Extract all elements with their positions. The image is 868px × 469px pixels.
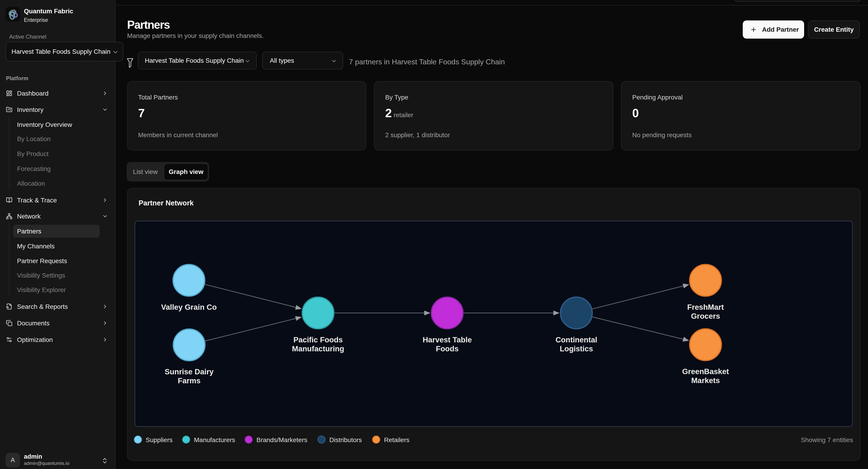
svg-text:Harvest Table: Harvest Table [423,336,472,344]
svg-text:Manufacturing: Manufacturing [292,344,344,353]
svg-text:Markets: Markets [691,376,720,385]
svg-text:GreenBasket: GreenBasket [682,367,729,376]
svg-text:Sunrise Dairy: Sunrise Dairy [165,368,214,376]
svg-text:Grocers: Grocers [691,312,720,320]
svg-text:FreshMart: FreshMart [687,303,724,311]
svg-text:Farms: Farms [178,376,200,385]
svg-text:Valley Grain Co: Valley Grain Co [161,303,217,311]
svg-text:Pacific Foods: Pacific Foods [293,336,343,344]
svg-text:Continental: Continental [555,336,597,344]
svg-text:Logistics: Logistics [560,344,593,353]
svg-text:Foods: Foods [436,344,459,353]
